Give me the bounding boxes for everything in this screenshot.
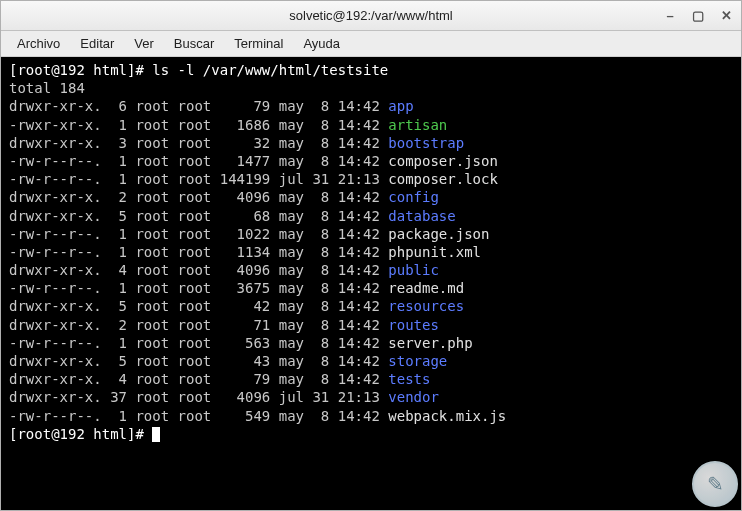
command: ls -l /var/www/html/testsite: [152, 62, 388, 78]
filename: storage: [388, 353, 447, 369]
filename: server.php: [388, 335, 472, 351]
filename: database: [388, 208, 455, 224]
filename: webpack.mix.js: [388, 408, 506, 424]
filename: config: [388, 189, 439, 205]
menu-ayuda[interactable]: Ayuda: [293, 33, 350, 54]
window-title: solvetic@192:/var/www/html: [1, 8, 741, 23]
prompt: [root@192 html]#: [9, 62, 144, 78]
menu-terminal[interactable]: Terminal: [224, 33, 293, 54]
menubar: Archivo Editar Ver Buscar Terminal Ayuda: [1, 31, 741, 57]
filename: routes: [388, 317, 439, 333]
filename: artisan: [388, 117, 447, 133]
ls-row: -rw-r--r--. 1 root root 549 may 8 14:42: [9, 408, 388, 424]
ls-row: -rw-r--r--. 1 root root 1022 may 8 14:42: [9, 226, 388, 242]
ls-row: -rw-r--r--. 1 root root 144199 jul 31 21…: [9, 171, 388, 187]
menu-archivo[interactable]: Archivo: [7, 33, 70, 54]
terminal-output[interactable]: [root@192 html]# ls -l /var/www/html/tes…: [1, 57, 741, 510]
total-line: total 184: [9, 80, 85, 96]
ls-row: drwxr-xr-x. 4 root root 79 may 8 14:42: [9, 371, 388, 387]
ls-row: -rw-r--r--. 1 root root 1477 may 8 14:42: [9, 153, 388, 169]
filename: resources: [388, 298, 464, 314]
watermark-icon: ✎: [692, 461, 738, 507]
terminal-window: solvetic@192:/var/www/html – ▢ ✕ Archivo…: [0, 0, 742, 511]
ls-row: drwxr-xr-x. 37 root root 4096 jul 31 21:…: [9, 389, 388, 405]
ls-row: drwxr-xr-x. 5 root root 42 may 8 14:42: [9, 298, 388, 314]
ls-row: -rw-r--r--. 1 root root 3675 may 8 14:42: [9, 280, 388, 296]
filename: readme.md: [388, 280, 464, 296]
menu-editar[interactable]: Editar: [70, 33, 124, 54]
minimize-button[interactable]: –: [661, 7, 679, 25]
maximize-button[interactable]: ▢: [689, 7, 707, 25]
filename: composer.json: [388, 153, 498, 169]
filename: public: [388, 262, 439, 278]
filename: bootstrap: [388, 135, 464, 151]
ls-row: -rwxr-xr-x. 1 root root 1686 may 8 14:42: [9, 117, 388, 133]
ls-row: drwxr-xr-x. 2 root root 71 may 8 14:42: [9, 317, 388, 333]
menu-ver[interactable]: Ver: [124, 33, 164, 54]
ls-row: drwxr-xr-x. 5 root root 43 may 8 14:42: [9, 353, 388, 369]
filename: package.json: [388, 226, 489, 242]
ls-row: drwxr-xr-x. 5 root root 68 may 8 14:42: [9, 208, 388, 224]
ls-row: -rw-r--r--. 1 root root 563 may 8 14:42: [9, 335, 388, 351]
filename: app: [388, 98, 413, 114]
filename: tests: [388, 371, 430, 387]
prompt: [root@192 html]#: [9, 426, 144, 442]
ls-row: drwxr-xr-x. 2 root root 4096 may 8 14:42: [9, 189, 388, 205]
filename: phpunit.xml: [388, 244, 481, 260]
ls-row: drwxr-xr-x. 6 root root 79 may 8 14:42: [9, 98, 388, 114]
menu-buscar[interactable]: Buscar: [164, 33, 224, 54]
ls-row: -rw-r--r--. 1 root root 1134 may 8 14:42: [9, 244, 388, 260]
ls-row: drwxr-xr-x. 3 root root 32 may 8 14:42: [9, 135, 388, 151]
titlebar[interactable]: solvetic@192:/var/www/html – ▢ ✕: [1, 1, 741, 31]
close-button[interactable]: ✕: [717, 7, 735, 25]
window-controls: – ▢ ✕: [661, 7, 735, 25]
filename: vendor: [388, 389, 439, 405]
filename: composer.lock: [388, 171, 498, 187]
ls-row: drwxr-xr-x. 4 root root 4096 may 8 14:42: [9, 262, 388, 278]
cursor: [152, 427, 160, 442]
